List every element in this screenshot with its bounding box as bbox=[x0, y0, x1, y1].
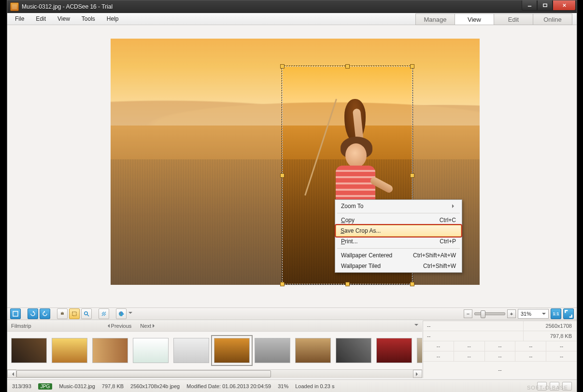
thumbnail[interactable] bbox=[417, 338, 422, 363]
tool-zoom-icon[interactable] bbox=[81, 308, 92, 319]
info-filesize: 797,8 KB bbox=[524, 331, 577, 341]
info-cell: -- bbox=[546, 341, 577, 351]
menu-help[interactable]: Help bbox=[101, 13, 125, 25]
info-cell: -- bbox=[423, 362, 577, 378]
tool-exposure-icon[interactable] bbox=[99, 308, 109, 319]
close-button[interactable] bbox=[553, 0, 576, 11]
tool-fullscreen-icon[interactable] bbox=[10, 308, 21, 319]
tool-dropdown-icon[interactable] bbox=[128, 309, 133, 319]
filmstrip-next[interactable]: Next bbox=[140, 323, 156, 329]
ctx-wallpaper-centered[interactable]: Wallpaper CenteredCtrl+Shift+Alt+W bbox=[336, 250, 461, 261]
context-menu: Zoom To CopyCtrl+C Save Crop As... Print… bbox=[335, 199, 462, 273]
tool-palette-icon[interactable] bbox=[116, 308, 127, 319]
zoom-fit-button[interactable] bbox=[563, 308, 574, 319]
resize-handle-nw[interactable] bbox=[280, 64, 284, 69]
zoom-percent-dropdown[interactable]: 31% bbox=[518, 309, 549, 319]
thumbnail-selected[interactable] bbox=[214, 338, 250, 363]
status-modified: Modified Date: 01.06.2013 20:04:59 bbox=[186, 383, 271, 389]
status-zoom: 31% bbox=[278, 383, 288, 389]
tool-rotate-right-icon[interactable] bbox=[28, 308, 38, 319]
zoom-actual-button[interactable]: 1:1 bbox=[551, 308, 561, 319]
submenu-arrow-icon bbox=[452, 204, 456, 208]
filmstrip-menu-icon[interactable] bbox=[414, 324, 418, 328]
viewer-toolbar: − + 31% 1:1 bbox=[7, 308, 577, 320]
filmstrip-prev[interactable]: Previous bbox=[106, 323, 132, 329]
thumbnail[interactable] bbox=[92, 338, 128, 363]
mode-view[interactable]: View bbox=[455, 14, 494, 25]
ctx-copy[interactable]: CopyCtrl+C bbox=[336, 215, 461, 225]
zoom-slider-thumb[interactable] bbox=[481, 310, 485, 318]
info-cell: -- bbox=[546, 351, 577, 361]
thumbnail-row[interactable] bbox=[7, 332, 422, 369]
filmstrip bbox=[7, 331, 422, 378]
chevron-left-icon bbox=[106, 324, 110, 328]
titlebar[interactable]: Music-0312.jpg - ACDSee 16 - Trial bbox=[7, 0, 577, 13]
resize-handle-e[interactable] bbox=[410, 173, 414, 178]
selection-dim bbox=[111, 66, 282, 285]
filmstrip-scrollbar[interactable] bbox=[7, 369, 422, 378]
scroll-left-button[interactable] bbox=[7, 370, 16, 378]
status-format-badge: JPG bbox=[38, 383, 52, 390]
info-cell: -- bbox=[485, 351, 516, 361]
info-cell: -- bbox=[515, 351, 546, 361]
info-cell: -- bbox=[423, 321, 524, 331]
resize-handle-n[interactable] bbox=[345, 64, 350, 69]
status-load-time: Loaded in 0.23 s bbox=[295, 383, 334, 389]
menu-view[interactable]: View bbox=[52, 13, 76, 25]
thumbnail[interactable] bbox=[173, 338, 209, 363]
thumbnail[interactable] bbox=[376, 338, 412, 363]
menu-edit[interactable]: Edit bbox=[30, 13, 52, 25]
maximize-button[interactable] bbox=[537, 0, 553, 11]
ctx-print[interactable]: Print...Ctrl+P bbox=[336, 236, 461, 247]
zoom-controls: − + 31% 1:1 bbox=[464, 308, 574, 319]
info-cell: -- bbox=[515, 341, 546, 351]
scroll-right-button[interactable] bbox=[413, 370, 422, 378]
mode-manage[interactable]: Manage bbox=[415, 14, 455, 25]
menubar: File Edit View Tools Help Manage View Ed… bbox=[7, 13, 577, 25]
ctx-save-crop-as[interactable]: Save Crop As... bbox=[336, 225, 461, 237]
minimize-button[interactable] bbox=[522, 0, 537, 11]
mode-online[interactable]: Online bbox=[533, 14, 572, 25]
mode-edit[interactable]: Edit bbox=[494, 14, 533, 25]
svg-point-4 bbox=[120, 312, 121, 313]
status-filename: Music-0312.jpg bbox=[59, 383, 95, 389]
ctx-separator bbox=[337, 213, 460, 213]
selection-dim bbox=[111, 39, 480, 66]
zoom-slider[interactable] bbox=[474, 312, 505, 315]
info-cell: -- bbox=[454, 341, 485, 351]
window-buttons bbox=[522, 0, 576, 10]
resize-handle-sw[interactable] bbox=[280, 282, 284, 286]
svg-rect-2 bbox=[72, 312, 76, 316]
thumbnail[interactable] bbox=[52, 338, 87, 363]
thumbnail[interactable] bbox=[133, 338, 169, 363]
zoom-in-button[interactable]: + bbox=[507, 309, 516, 318]
tool-select-icon[interactable] bbox=[69, 308, 80, 319]
window-title: Music-0312.jpg - ACDSee 16 - Trial bbox=[22, 3, 522, 10]
zoom-out-button[interactable]: − bbox=[464, 309, 472, 318]
scroll-track[interactable] bbox=[16, 370, 413, 378]
thumbnail[interactable] bbox=[336, 338, 371, 363]
menu-tools[interactable]: Tools bbox=[76, 13, 101, 25]
thumbnail[interactable] bbox=[11, 338, 47, 363]
info-cell: -- bbox=[423, 331, 524, 341]
app-icon bbox=[10, 2, 19, 11]
status-bar: 313/393 JPG Music-0312.jpg 797,8 KB 2560… bbox=[7, 379, 577, 392]
tool-pan-icon[interactable] bbox=[57, 308, 68, 319]
ctx-zoom-to[interactable]: Zoom To bbox=[336, 201, 461, 211]
resize-handle-s[interactable] bbox=[345, 282, 350, 286]
status-filesize: 797,8 KB bbox=[102, 383, 124, 389]
thumbnail[interactable] bbox=[255, 338, 290, 363]
watermark: SOFT-O-BASE bbox=[527, 385, 568, 391]
resize-handle-se[interactable] bbox=[410, 282, 414, 286]
mode-tabs: Manage View Edit Online bbox=[415, 13, 572, 25]
resize-handle-ne[interactable] bbox=[410, 64, 414, 69]
status-dimensions: 2560x1708x24b jpeg bbox=[130, 383, 180, 389]
ctx-wallpaper-tiled[interactable]: Wallpaper TiledCtrl+Shift+W bbox=[336, 261, 461, 271]
scroll-thumb[interactable] bbox=[16, 370, 271, 378]
info-cell: -- bbox=[454, 351, 485, 361]
info-cell: -- bbox=[423, 351, 454, 361]
menu-file[interactable]: File bbox=[9, 13, 30, 25]
resize-handle-w[interactable] bbox=[280, 173, 284, 178]
thumbnail[interactable] bbox=[295, 338, 331, 363]
tool-rotate-left-icon[interactable] bbox=[40, 308, 50, 319]
